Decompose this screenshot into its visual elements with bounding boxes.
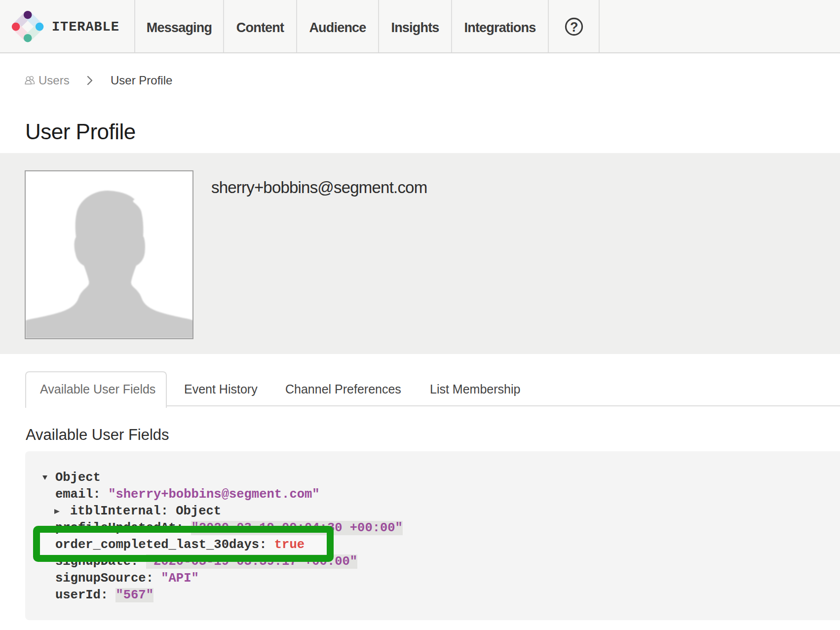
svg-text:?: ? <box>570 20 578 35</box>
